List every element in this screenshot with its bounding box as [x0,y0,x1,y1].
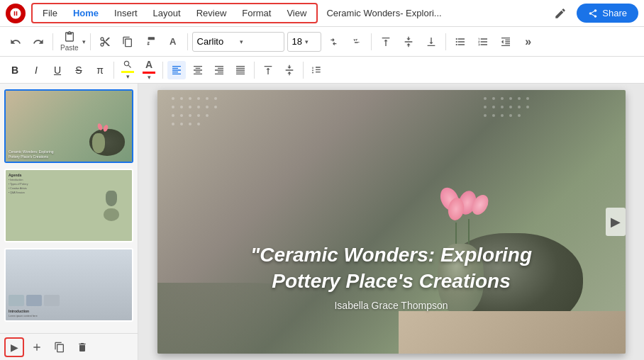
align-center-button[interactable] [189,61,207,79]
tab-review[interactable]: Review [189,6,234,21]
underline-button[interactable]: U [48,61,67,79]
slide2-item3-thumb: • Creative Artists [9,187,90,190]
flower-group [434,187,505,244]
separator1 [52,33,53,50]
slide-text-overlay: "Ceramic Wonders: ExploringPottery Place… [157,242,626,311]
document-title: Ceramic Wonders- Explori... [326,8,544,18]
strikethrough-label: S [75,64,82,76]
more-button[interactable]: » [518,32,538,52]
tab-file[interactable]: File [35,6,65,21]
tab-format[interactable]: Format [235,6,278,21]
font-dropdown-arrow: ▾ [240,38,279,45]
paste-button[interactable]: Paste [57,30,82,53]
align-left-button[interactable] [167,61,186,79]
unordered-list-button[interactable] [450,32,470,52]
separator3 [187,33,188,50]
slide2-item2-thumb: • Types of Pottery [9,183,90,186]
spacing-bottom-button[interactable] [421,32,441,52]
font-selector[interactable]: Carlito ▾ [192,32,284,52]
redo-button[interactable] [28,32,48,52]
font-size-selector[interactable]: 18 ▾ [287,32,321,52]
separator4 [371,33,372,50]
justify-button[interactable] [231,61,250,79]
share-button[interactable]: Share [577,4,638,23]
slide-thumb-1[interactable]: Ceramic Wonders: ExploringPottery Place'… [4,89,133,163]
clear-format-label: A [170,36,176,47]
separator7 [162,62,163,79]
spacing-top-button[interactable] [376,32,396,52]
slide3-title-thumb: Introduction [9,309,129,313]
font-name: Carlito [197,36,237,47]
size-dropdown-arrow: ▾ [305,38,309,45]
font-color-icon: A [145,59,152,70]
slide-wrapper: ◀ [157,90,626,354]
font-color-button[interactable]: A ▾ [140,57,158,82]
paste-label: Paste [60,44,79,52]
ordered-list-button[interactable] [473,32,493,52]
separator6 [113,62,114,79]
top-bar: File Home Insert Layout Review Format Vi… [0,0,644,27]
duplicate-slide-button[interactable] [50,337,70,357]
edit-icon-btn[interactable] [550,3,571,24]
paste-group: Paste ▾ [57,30,86,53]
play-icon: ▶ [11,342,18,353]
main-content: Ceramic Wonders: ExploringPottery Place'… [0,84,644,360]
toolbar-row1: Paste ▾ A Carlito ▾ 18 ▾ [0,27,644,57]
slide-main-title: "Ceramic Wonders: ExploringPottery Place… [157,242,626,294]
delete-slide-button[interactable] [72,337,92,357]
italic-button[interactable]: I [27,61,45,79]
spacing-center-button[interactable] [399,32,418,52]
indent-decrease-button[interactable] [496,32,516,52]
equation-button[interactable]: π [91,61,109,79]
toolbar-row2: B I U S π ▾ A ▾ [0,57,644,84]
menu-tabs: File Home Insert Layout Review Format Vi… [31,3,318,23]
increase-font-button[interactable] [324,32,344,52]
slide2-item1-thumb: • Introduction [9,179,90,181]
tab-view[interactable]: View [279,6,313,21]
separator2 [90,33,91,50]
paste-dropdown-arrow[interactable]: ▾ [82,38,86,45]
text-top-button[interactable] [259,61,277,79]
format-paint-button[interactable] [140,32,160,52]
text-middle-button[interactable] [280,61,299,79]
cut-button[interactable] [95,32,115,52]
font-size-value: 18 [292,36,302,47]
add-slide-button[interactable] [27,337,47,357]
slide-background: "Ceramic Wonders: ExploringPottery Place… [157,90,626,354]
equation-label: π [96,64,104,76]
play-presentation-button[interactable]: ▶ [4,337,24,357]
tab-home[interactable]: Home [66,6,106,21]
strikethrough-button[interactable]: S [70,61,88,79]
clear-format-button[interactable]: A [163,32,183,52]
slide2-item4-thumb: • Q&A Session [9,191,90,194]
slide-nav-right[interactable]: ▶ [606,208,626,236]
separator8 [254,62,255,79]
separator9 [303,62,304,79]
bold-button[interactable]: B [6,61,24,79]
decrease-font-button[interactable] [347,32,367,52]
highlight-color-button[interactable]: ▾ [118,58,137,81]
slide-subtitle: Isabella Grace Thompson [157,300,626,311]
slide1-title-thumb: Ceramic Wonders: ExploringPottery Place'… [9,150,54,159]
copy-button[interactable] [118,32,138,52]
undo-button[interactable] [6,32,26,52]
slide2-title-thumb: Agenda [9,173,90,177]
slide-container: "Ceramic Wonders: ExploringPottery Place… [157,90,626,354]
bold-label: B [11,64,18,76]
separator5 [445,33,446,50]
align-right-button[interactable] [210,61,228,79]
tab-layout[interactable]: Layout [146,6,188,21]
underline-label: U [54,64,61,76]
font-color-dropdown-arrow[interactable]: ▾ [148,74,151,81]
slide-thumb-3[interactable]: Introduction Lorem ipsum content here [4,248,133,322]
highlight-dropdown-arrow[interactable]: ▾ [126,73,130,80]
slide-thumb-2[interactable]: Agenda • Introduction • Types of Pottery… [4,169,133,242]
line-spacing-button[interactable] [308,61,326,79]
tab-insert[interactable]: Insert [107,6,145,21]
app-logo[interactable] [6,4,26,23]
more-label: » [525,35,531,48]
italic-label: I [35,64,38,76]
slide-viewer: ◀ [138,84,644,360]
slide3-subtext-thumb: Lorem ipsum content here [9,315,129,317]
nav-right-icon: ▶ [611,214,621,230]
